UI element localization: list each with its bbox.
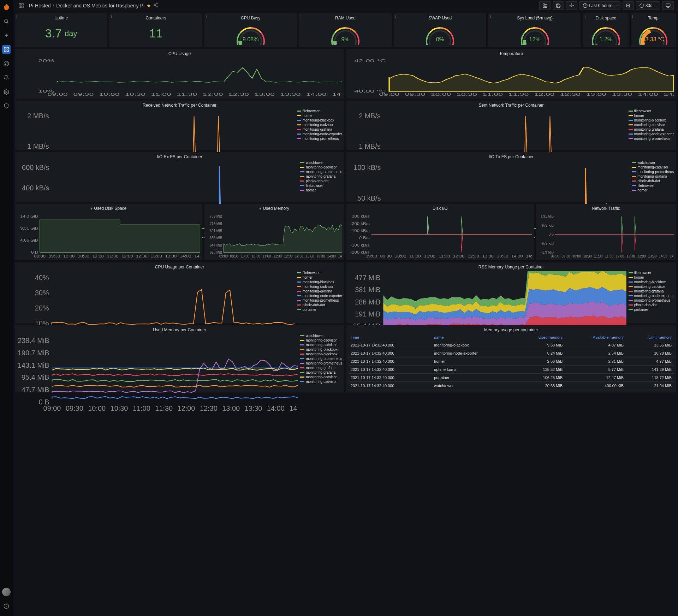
save-button[interactable] xyxy=(553,1,564,10)
panel-used-mem[interactable]: ♥Used Memory620 MiB644 MiB668 MiB691 MiB… xyxy=(204,204,344,260)
legend-item[interactable]: monitoring-prometheus xyxy=(300,357,342,361)
panel-used-mem-c[interactable]: Used Memory per Container0 B47.7 MiB95.4… xyxy=(15,325,344,392)
table-header[interactable]: Available memory xyxy=(565,334,626,341)
table-row[interactable]: 2021-10-17 14:32:40.000monitoring-node-e… xyxy=(349,349,674,357)
legend-item[interactable]: monitoring-node-exporter xyxy=(297,132,342,136)
zoom-out-button[interactable] xyxy=(623,1,634,10)
legend-item[interactable]: pihole-doh-dot xyxy=(297,303,342,307)
legend-item[interactable]: monitoring-grafana xyxy=(297,289,342,293)
legend-item[interactable]: homer xyxy=(629,114,674,118)
legend-item[interactable]: monitoring-cadvisor xyxy=(300,165,342,169)
legend-item[interactable]: homer xyxy=(632,188,674,192)
table-header[interactable]: name xyxy=(432,334,515,341)
legend-item[interactable]: watchtower xyxy=(300,161,342,165)
panel-cpu-container[interactable]: CPU Usage per Container0%10%20%30%40%09:… xyxy=(15,262,344,323)
legend-item[interactable]: monitoring-prometheus xyxy=(300,170,342,174)
legend-item[interactable]: filebrowser xyxy=(632,184,674,188)
legend-item[interactable]: monitoring-blackbox xyxy=(300,348,342,351)
legend-item[interactable]: monitoring-node-exporter xyxy=(629,294,674,298)
panel-sys-load[interactable]: iSys Load (5m avg) 12% xyxy=(488,13,581,47)
table-row[interactable]: 2021-10-17 14:32:40.000portainer106.25 M… xyxy=(349,374,674,382)
info-icon[interactable]: i xyxy=(585,15,586,19)
table-row[interactable]: 2021-10-17 14:32:40.000watchtower20.65 M… xyxy=(349,382,674,390)
table-header[interactable]: Time xyxy=(349,334,432,341)
panel-cpu-busy[interactable]: iCPU Busy 9.08% xyxy=(204,13,297,47)
apps-icon[interactable] xyxy=(17,1,25,10)
panel-net-traffic[interactable]: Network Traffic-1.9 MiB-977 KiB0 B977 Ki… xyxy=(536,204,676,260)
legend-item[interactable]: monitoring-cadvisor xyxy=(297,123,342,127)
panel-used-disk[interactable]: ♥Used Disk Space0 B4.66 GiB9.31 GiB14.0 … xyxy=(15,204,202,260)
legend-item[interactable]: monitoring-grafana xyxy=(300,371,342,374)
help-icon[interactable] xyxy=(2,602,11,610)
legend-item[interactable]: monitoring-cadvisor xyxy=(300,343,342,347)
info-icon[interactable]: i xyxy=(490,15,491,19)
breadcrumb[interactable]: Pi-Hosted / Docker and OS Metrics for Ra… xyxy=(29,2,158,8)
legend-item[interactable]: monitoring-cadvisor xyxy=(300,338,342,342)
avatar[interactable] xyxy=(2,588,11,596)
legend-item[interactable]: pihole-doh-dot xyxy=(300,179,342,183)
panel-temp[interactable]: iTemp 43.33 °C xyxy=(631,13,676,47)
legend-item[interactable]: monitoring-cadvisor xyxy=(300,375,342,379)
panel-rx-net[interactable]: Received Network Traffic per Container0 … xyxy=(15,101,344,150)
legend-item[interactable]: portainer xyxy=(297,308,342,312)
info-icon[interactable]: i xyxy=(395,15,396,19)
legend-item[interactable]: monitoring-blackbox xyxy=(297,280,342,284)
table-header[interactable]: Used memory xyxy=(515,334,565,341)
panel-uptime[interactable]: iUptime3.7day xyxy=(15,13,107,47)
info-icon[interactable]: i xyxy=(632,15,633,19)
legend-item[interactable]: pihole-doh-dot xyxy=(632,179,674,183)
settings-button[interactable] xyxy=(566,1,577,10)
share-icon[interactable] xyxy=(153,2,158,8)
panel-tx-net[interactable]: Sent Network Traffic per Container0 B/s1… xyxy=(346,101,676,150)
legend-item[interactable]: pihole-doh-dot xyxy=(629,303,674,307)
legend-item[interactable]: monitoring-cadvisor xyxy=(629,285,674,289)
legend-item[interactable]: monitoring-prometheus xyxy=(632,170,674,174)
legend-item[interactable]: monitoring-grafana xyxy=(300,366,342,370)
legend-item[interactable]: monitoring-prometheus xyxy=(629,298,674,302)
panel-disk-space[interactable]: iDisk space 1.2% xyxy=(583,13,629,47)
legend-item[interactable]: monitoring-cadvisor xyxy=(629,123,674,127)
info-icon[interactable]: i xyxy=(111,15,112,19)
dashboards-icon[interactable] xyxy=(2,45,11,54)
legend-item[interactable]: monitoring-blackbox xyxy=(629,118,674,122)
legend-item[interactable]: monitoring-cadvisor xyxy=(632,165,674,169)
legend-item[interactable]: monitoring-prometheus xyxy=(629,137,674,141)
legend-item[interactable]: monitoring-grafana xyxy=(300,174,342,178)
legend-item[interactable]: filebrowser xyxy=(297,271,342,275)
legend-item[interactable]: portainer xyxy=(629,308,674,312)
legend-item[interactable]: filebrowser xyxy=(297,109,342,113)
legend-item[interactable]: monitoring-cadvisor xyxy=(297,285,342,289)
legend-item[interactable]: homer xyxy=(297,276,342,279)
panel-rss-mem[interactable]: RSS Memory Usage per Container0 B95.4 Mi… xyxy=(346,262,676,323)
server-admin-icon[interactable] xyxy=(2,102,11,110)
legend-item[interactable]: monitoring-node-exporter xyxy=(629,132,674,136)
info-icon[interactable]: i xyxy=(301,15,302,19)
legend-item[interactable]: watchtower xyxy=(300,334,342,338)
panel-temperature[interactable]: Temperature40.00 °C42.00 °C09:0009:3010:… xyxy=(346,49,676,99)
panel-swap-used[interactable]: iSWAP Used 0% xyxy=(394,13,486,47)
table-header[interactable]: Limit memory xyxy=(626,334,674,341)
panel-disk-io[interactable]: Disk I/O-200 kB/s-100 kB/s0 B/s100 kB/s2… xyxy=(346,204,534,260)
panel-containers[interactable]: iContainers11 xyxy=(109,13,202,47)
legend-item[interactable]: filebrowser xyxy=(300,184,342,188)
refresh-button[interactable]: 30s xyxy=(636,1,660,10)
info-icon[interactable]: i xyxy=(16,15,17,19)
table-row[interactable]: 2021-10-17 14:32:40.000homer2.56 MiB2.21… xyxy=(349,357,674,366)
panel-io-rx[interactable]: I/O Rx FS per Container0 B/s200 kB/s400 … xyxy=(15,152,344,202)
legend-item[interactable]: monitoring-grafana xyxy=(629,128,674,131)
tv-mode-button[interactable] xyxy=(662,1,674,10)
plus-icon[interactable] xyxy=(2,31,11,40)
legend-item[interactable]: monitoring-blackbox xyxy=(297,118,342,122)
legend-item[interactable]: monitoring-blackbox xyxy=(629,280,674,284)
legend-item[interactable]: homer xyxy=(629,276,674,279)
breadcrumb-dashboard[interactable]: Docker and OS Metrics for Raspberry Pi xyxy=(56,3,144,8)
legend-item[interactable]: monitoring-prometheus xyxy=(297,298,342,302)
panel-ram-used[interactable]: iRAM Used 9% xyxy=(299,13,392,47)
panel-cpu-usage[interactable]: CPU Usage10%20%09:0009:3010:0010:3011:00… xyxy=(15,49,344,99)
explore-icon[interactable] xyxy=(2,59,11,68)
legend-item[interactable]: monitoring-grafana xyxy=(297,128,342,131)
legend-item[interactable]: filebrowser xyxy=(629,109,674,113)
search-icon[interactable] xyxy=(2,17,11,25)
alerting-icon[interactable] xyxy=(2,73,11,82)
legend-item[interactable]: monitoring-prometheus xyxy=(297,137,342,141)
